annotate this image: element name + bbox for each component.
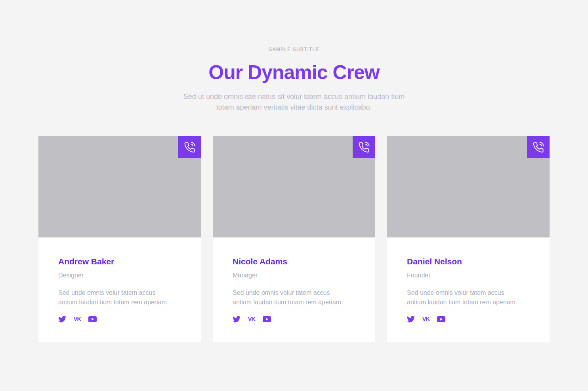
svg-text:VK: VK <box>248 316 256 322</box>
member-name: Andrew Baker <box>58 257 181 266</box>
member-bio: Sed unde omnis volur tatem accus antium … <box>233 288 350 307</box>
phone-button[interactable] <box>178 136 201 158</box>
member-photo-placeholder <box>213 136 375 237</box>
social-links: VK <box>407 315 530 323</box>
vk-link[interactable]: VK <box>421 315 431 323</box>
section-eyebrow: SAMPLE SUBTITLE <box>0 47 588 52</box>
youtube-link[interactable] <box>88 316 97 322</box>
twitter-link[interactable] <box>58 316 66 323</box>
youtube-icon <box>263 316 271 322</box>
twitter-icon <box>407 316 415 323</box>
phone-button[interactable] <box>353 136 375 158</box>
youtube-link[interactable] <box>437 316 445 322</box>
social-links: VK <box>233 315 355 323</box>
member-photo-placeholder <box>387 136 550 237</box>
vk-icon: VK <box>73 315 82 323</box>
twitter-link[interactable] <box>407 316 415 323</box>
team-card: Nicole Adams Manager Sed unde omnis volu… <box>213 136 375 342</box>
section-description: Sed ut unde omnis iste natus sit volur t… <box>180 91 408 113</box>
member-bio: Sed unde omnis volur tatem accus antium … <box>58 288 176 307</box>
team-cards-row: Andrew Baker Designer Sed unde omnis vol… <box>38 136 550 342</box>
svg-text:VK: VK <box>422 316 430 322</box>
card-body: Nicole Adams Manager Sed unde omnis volu… <box>213 237 375 323</box>
member-bio: Sed unde omnis volur tatem accus antium … <box>407 288 524 307</box>
svg-text:VK: VK <box>74 316 82 322</box>
twitter-link[interactable] <box>233 316 241 323</box>
team-card: Andrew Baker Designer Sed unde omnis vol… <box>38 136 201 342</box>
youtube-link[interactable] <box>263 316 271 322</box>
phone-call-icon <box>358 142 370 153</box>
member-role: Manager <box>233 271 355 279</box>
page-title: Our Dynamic Crew <box>0 62 588 83</box>
card-body: Andrew Baker Designer Sed unde omnis vol… <box>38 237 201 323</box>
vk-link[interactable]: VK <box>73 315 82 323</box>
phone-button[interactable] <box>527 136 550 158</box>
team-section-header: SAMPLE SUBTITLE Our Dynamic Crew Sed ut … <box>0 0 588 113</box>
social-links: VK <box>58 315 181 323</box>
vk-link[interactable]: VK <box>247 315 256 323</box>
member-photo-placeholder <box>38 136 201 237</box>
team-card: Daniel Nelson Founder Sed unde omnis vol… <box>387 136 550 342</box>
twitter-icon <box>58 316 66 323</box>
member-name: Daniel Nelson <box>407 257 530 266</box>
youtube-icon <box>88 316 97 322</box>
member-role: Founder <box>407 271 530 279</box>
twitter-icon <box>233 316 241 323</box>
vk-icon: VK <box>421 315 431 323</box>
youtube-icon <box>437 316 445 322</box>
phone-call-icon <box>533 142 544 153</box>
member-role: Designer <box>58 271 181 279</box>
member-name: Nicole Adams <box>233 257 355 266</box>
vk-icon: VK <box>247 315 256 323</box>
card-body: Daniel Nelson Founder Sed unde omnis vol… <box>387 237 550 323</box>
phone-call-icon <box>184 142 195 153</box>
